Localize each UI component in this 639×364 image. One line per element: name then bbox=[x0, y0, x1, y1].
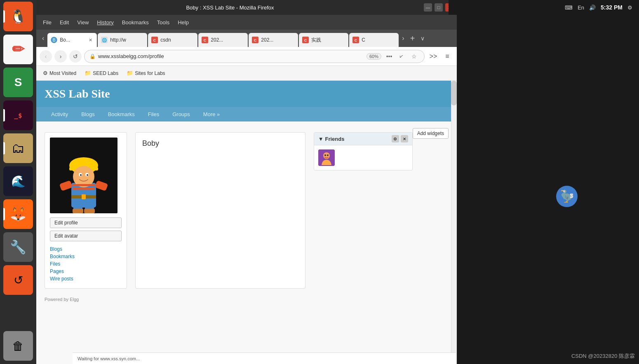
files-icon: 🗂 bbox=[12, 141, 25, 156]
tab-1[interactable]: 🌐 http://w bbox=[98, 33, 147, 47]
taskbar-icon-firefox[interactable]: 🦊 bbox=[3, 199, 33, 229]
browser-window: Boby : XSS Lab Site - Mozilla Firefox — … bbox=[36, 0, 457, 364]
pocket-button[interactable]: 🗸 bbox=[396, 51, 407, 62]
zoom-level[interactable]: 60% bbox=[366, 53, 381, 60]
svg-rect-30 bbox=[84, 209, 95, 213]
active-indicator bbox=[3, 109, 5, 121]
os-topbar: ⌨ En 🔊 5:32 PM ⚙ bbox=[449, 0, 639, 15]
tab-6[interactable]: C C bbox=[349, 33, 399, 47]
folder-bookmark-icon-2: 📁 bbox=[127, 70, 133, 76]
reload-button[interactable]: ↺ bbox=[69, 50, 82, 63]
nav-blogs[interactable]: Blogs bbox=[75, 107, 101, 121]
widget-settings-button[interactable]: ⚙ bbox=[392, 135, 399, 142]
taskbar-icon-files[interactable]: 🗂 bbox=[3, 133, 33, 163]
taskbar-icon-ubuntu[interactable]: 🐧 bbox=[3, 2, 33, 31]
wireshark-icon: 🌊 bbox=[11, 175, 26, 188]
footer-text: Powered by Elgg bbox=[45, 297, 79, 302]
bookmark-sites-for-labs-label: Sites for Labs bbox=[135, 70, 165, 76]
site-footer: Powered by Elgg bbox=[45, 297, 449, 302]
url-bar[interactable]: 🔒 www.xsslabelgg.com/profile 60% ••• 🗸 ☆ bbox=[84, 50, 425, 63]
bookmark-star-button[interactable]: ☆ bbox=[409, 51, 419, 62]
profile-link-pages[interactable]: Pages bbox=[50, 268, 122, 274]
menu-history[interactable]: History bbox=[94, 18, 117, 27]
updates-icon: ↺ bbox=[14, 273, 23, 287]
menu-view[interactable]: View bbox=[74, 18, 92, 27]
site-title: XSS Lab Site bbox=[45, 87, 449, 100]
nav-files[interactable]: Files bbox=[141, 107, 166, 121]
settings-indicator[interactable]: ⚙ bbox=[627, 5, 632, 11]
profile-link-bookmarks[interactable]: Bookmarks bbox=[50, 254, 122, 259]
menu-edit[interactable]: Edit bbox=[56, 18, 72, 27]
scrollbar[interactable] bbox=[451, 81, 457, 364]
bookmark-sites-for-labs[interactable]: 📁 Sites for Labs bbox=[123, 69, 168, 77]
window-title: Boby : XSS Lab Site - Mozilla Firefox bbox=[40, 5, 421, 11]
tab-label-2: csdn bbox=[160, 37, 194, 43]
firefox-icon: 🦊 bbox=[10, 206, 26, 222]
libreoffice-icon: S bbox=[14, 76, 22, 89]
scroll-thumb[interactable] bbox=[451, 81, 457, 105]
new-tab-button[interactable]: + bbox=[408, 34, 418, 43]
menu-button[interactable]: ≡ bbox=[441, 50, 453, 63]
tab-close-active[interactable]: ✕ bbox=[87, 37, 94, 43]
language-indicator[interactable]: En bbox=[578, 5, 584, 11]
svg-point-34 bbox=[327, 154, 329, 156]
tab-label-active: Bo... bbox=[60, 37, 85, 43]
minimize-button[interactable]: — bbox=[424, 3, 432, 12]
taskbar-icon-wireshark[interactable]: 🌊 bbox=[3, 166, 33, 196]
url-more-button[interactable]: ••• bbox=[384, 51, 395, 62]
taskbar-icon-updates[interactable]: ↺ bbox=[3, 265, 33, 295]
tab-5[interactable]: C 实践 bbox=[299, 33, 348, 47]
tab-2[interactable]: C csdn bbox=[148, 33, 197, 47]
menu-file[interactable]: File bbox=[40, 18, 55, 27]
svg-text:C: C bbox=[153, 38, 156, 42]
tab-3[interactable]: C 202... bbox=[198, 33, 248, 47]
bookmark-most-visited[interactable]: ⚙ Most Visited bbox=[40, 69, 80, 77]
menu-bookmarks[interactable]: Bookmarks bbox=[119, 18, 152, 27]
profile-link-wire-posts[interactable]: Wire posts bbox=[50, 276, 122, 282]
edit-profile-button[interactable]: Edit profile bbox=[50, 217, 122, 228]
taskbar-icon-trash[interactable]: 🗑 bbox=[3, 331, 33, 361]
extensions-button[interactable]: >> bbox=[427, 50, 439, 63]
back-button[interactable]: ‹ bbox=[40, 50, 52, 63]
nav-groups[interactable]: Groups bbox=[166, 107, 197, 121]
bookmark-seed-labs[interactable]: 📁 SEED Labs bbox=[81, 69, 122, 77]
nav-bookmarks[interactable]: Bookmarks bbox=[101, 107, 141, 121]
tab-active[interactable]: B Bo... ✕ bbox=[47, 33, 97, 47]
profile-layout: Edit profile Edit avatar Blogs Bookmarks… bbox=[45, 132, 413, 289]
profile-links: Blogs Bookmarks Files Pages Wire posts bbox=[50, 246, 122, 282]
profile-link-blogs[interactable]: Blogs bbox=[50, 246, 122, 252]
widget-triangle-icon: ▼ bbox=[318, 136, 324, 142]
volume-indicator[interactable]: 🔊 bbox=[589, 5, 596, 11]
forward-button[interactable]: › bbox=[54, 50, 67, 63]
svg-rect-23 bbox=[73, 184, 95, 186]
tab-menu-button[interactable]: ∨ bbox=[418, 33, 427, 43]
profile-center: Boby bbox=[135, 132, 305, 289]
profile-link-files[interactable]: Files bbox=[50, 261, 122, 267]
nav-activity[interactable]: Activity bbox=[45, 107, 75, 121]
taskbar-icon-libreoffice[interactable]: S bbox=[3, 68, 33, 97]
widget-body bbox=[314, 145, 412, 170]
nav-more[interactable]: More » bbox=[197, 107, 226, 121]
svg-text:C: C bbox=[204, 38, 207, 42]
edit-avatar-button[interactable]: Edit avatar bbox=[50, 231, 122, 241]
add-widgets-button[interactable]: Add widgets bbox=[413, 128, 449, 139]
widget-title: ▼ Friends bbox=[318, 136, 345, 142]
friend-avatar-1[interactable] bbox=[318, 149, 335, 166]
svg-text:🦤: 🦤 bbox=[560, 189, 574, 203]
language-badge: En bbox=[578, 5, 584, 11]
tab-overflow-button[interactable]: › bbox=[399, 33, 406, 44]
menu-help[interactable]: Help bbox=[174, 18, 192, 27]
maximize-button[interactable]: □ bbox=[435, 3, 443, 12]
notification-widget[interactable]: 🦤 bbox=[556, 185, 578, 209]
tab-back-button[interactable]: ‹ bbox=[40, 33, 47, 44]
widget-header: ▼ Friends ⚙ ✕ bbox=[314, 133, 412, 145]
tab-4[interactable]: C 202... bbox=[249, 33, 298, 47]
widget-close-button[interactable]: ✕ bbox=[401, 135, 408, 142]
taskbar-icon-terminal[interactable]: _$ bbox=[3, 100, 33, 130]
keyboard-icon: ⌨ bbox=[565, 5, 573, 11]
tab-favicon-3: C bbox=[202, 37, 208, 43]
taskbar-icon-gedit[interactable]: ✏ bbox=[3, 35, 33, 64]
tab-favicon-5: C bbox=[302, 37, 309, 43]
menu-tools[interactable]: Tools bbox=[154, 18, 173, 27]
taskbar-icon-settings[interactable]: 🔧 bbox=[3, 232, 33, 262]
